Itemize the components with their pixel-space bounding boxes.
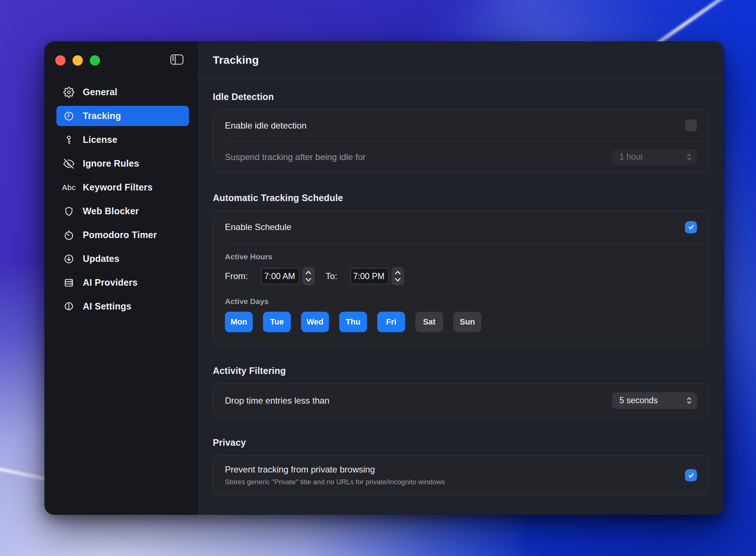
checkmark-icon bbox=[687, 223, 695, 231]
sidebar-item-label: License bbox=[83, 134, 118, 145]
idle-duration-select[interactable]: 1 hour bbox=[612, 149, 697, 165]
active-days-label: Active Days bbox=[225, 297, 697, 306]
from-time-stepper[interactable] bbox=[302, 267, 315, 285]
close-window-button[interactable] bbox=[55, 55, 66, 66]
sidebar-item-general[interactable]: General bbox=[56, 82, 189, 102]
chevron-down-icon bbox=[305, 278, 312, 282]
eye-slash-icon bbox=[62, 158, 75, 170]
from-time-input[interactable]: 7:00 AM bbox=[261, 268, 299, 284]
stepper-divider bbox=[304, 276, 312, 277]
main-content: Tracking Idle Detection Enable idle dete… bbox=[197, 42, 724, 515]
timer-icon bbox=[62, 229, 75, 241]
key-icon bbox=[62, 134, 75, 146]
active-hours-row: From: 7:00 AM To: 7:00 PM bbox=[225, 267, 697, 285]
sidebar-item-ai-providers[interactable]: AI Providers bbox=[56, 273, 189, 293]
enable-schedule-row: Enable Schedule bbox=[213, 211, 709, 243]
day-toggle-sat[interactable]: Sat bbox=[415, 312, 443, 332]
section-heading-activity-filtering: Activity Filtering bbox=[213, 366, 709, 376]
suspend-tracking-label: Suspend tracking after being idle for bbox=[225, 152, 366, 162]
section-heading-schedule: Automatic Tracking Schedule bbox=[213, 193, 709, 203]
day-toggle-sun[interactable]: Sun bbox=[453, 312, 481, 332]
private-browsing-row: Prevent tracking from private browsing S… bbox=[213, 456, 709, 495]
section-heading-privacy: Privacy bbox=[213, 437, 709, 448]
enable-schedule-checkbox[interactable] bbox=[685, 221, 697, 233]
activity-filtering-card: Drop time entries less than 5 seconds bbox=[213, 383, 709, 418]
day-toggle-tue[interactable]: Tue bbox=[263, 312, 291, 332]
chevron-up-down-icon bbox=[686, 152, 692, 162]
active-hours-label: Active Hours bbox=[225, 252, 273, 261]
settings-window: General Tracking License bbox=[44, 41, 724, 515]
idle-detection-card: Enable idle detection Suspend tracking a… bbox=[213, 110, 709, 173]
sidebar-item-label: Updates bbox=[83, 253, 119, 264]
sidebar-item-label: Keyword Filters bbox=[83, 182, 153, 193]
day-toggle-mon[interactable]: Mon bbox=[225, 312, 253, 332]
private-browsing-label: Prevent tracking from private browsing bbox=[225, 464, 445, 475]
drop-entries-select[interactable]: 5 seconds bbox=[612, 392, 697, 409]
drop-entries-value: 5 seconds bbox=[619, 396, 658, 405]
sidebar-item-label: AI Settings bbox=[83, 301, 131, 312]
enable-schedule-label: Enable Schedule bbox=[225, 222, 291, 232]
server-stack-icon bbox=[62, 277, 75, 289]
sidebar-item-tracking[interactable]: Tracking bbox=[56, 106, 189, 126]
traffic-lights bbox=[55, 55, 100, 66]
chevron-up-icon bbox=[394, 270, 401, 275]
sidebar-item-license[interactable]: License bbox=[56, 130, 189, 150]
enable-idle-detection-label: Enable idle detection bbox=[225, 121, 307, 131]
sidebar-item-pomodoro-timer[interactable]: Pomodoro Timer bbox=[56, 225, 189, 245]
sidebar-item-label: General bbox=[83, 87, 118, 97]
schedule-details: Active Hours From: 7:00 AM To: 7:00 PM bbox=[213, 244, 709, 345]
chevron-down-icon bbox=[394, 278, 401, 282]
sidebar-item-label: AI Providers bbox=[83, 277, 138, 288]
schedule-card: Enable Schedule Active Hours From: 7:00 … bbox=[213, 211, 709, 346]
checkmark-icon bbox=[687, 471, 695, 479]
suspend-tracking-row: Suspend tracking after being idle for 1 … bbox=[213, 141, 709, 173]
sidebar-item-label: Ignore Rules bbox=[83, 158, 139, 169]
sidebar-item-updates[interactable]: Updates bbox=[56, 249, 189, 269]
sidebar-item-label: Tracking bbox=[83, 111, 121, 121]
chevron-up-icon bbox=[305, 270, 312, 275]
zoom-window-button[interactable] bbox=[90, 55, 100, 66]
chevron-up-down-icon bbox=[686, 396, 692, 405]
sidebar-item-label: Pomodoro Timer bbox=[83, 230, 157, 240]
active-days-row: Mon Tue Wed Thu Fri Sat Sun bbox=[225, 312, 697, 332]
desktop-background: General Tracking License bbox=[0, 0, 756, 556]
page-title: Tracking bbox=[213, 54, 259, 66]
sidebar-nav: General Tracking License bbox=[56, 82, 189, 320]
day-toggle-thu[interactable]: Thu bbox=[339, 312, 367, 332]
gear-icon bbox=[62, 86, 75, 98]
sidebar: General Tracking License bbox=[45, 42, 197, 515]
to-time-stepper[interactable] bbox=[392, 267, 404, 285]
content-header: Tracking bbox=[197, 42, 724, 78]
toggle-sidebar-button[interactable] bbox=[170, 54, 184, 66]
abc-icon: Abc bbox=[62, 182, 75, 193]
sidebar-toggle-icon bbox=[170, 54, 184, 65]
drop-entries-label: Drop time entries less than bbox=[225, 396, 329, 406]
drop-entries-row: Drop time entries less than 5 seconds bbox=[213, 384, 709, 417]
clock-icon bbox=[62, 110, 75, 122]
day-toggle-wed[interactable]: Wed bbox=[301, 312, 329, 332]
privacy-card: Prevent tracking from private browsing S… bbox=[213, 455, 709, 495]
content-body: Idle Detection Enable idle detection Sus… bbox=[197, 78, 724, 510]
enable-idle-detection-row: Enable idle detection bbox=[213, 110, 709, 141]
idle-duration-value: 1 hour bbox=[619, 152, 643, 162]
stepper-divider bbox=[394, 276, 402, 277]
private-browsing-sublabel: Stores generic "Private" title and no UR… bbox=[225, 478, 445, 486]
minimize-window-button[interactable] bbox=[73, 55, 83, 66]
private-browsing-text: Prevent tracking from private browsing S… bbox=[225, 464, 445, 486]
sidebar-item-web-blocker[interactable]: Web Blocker bbox=[56, 201, 189, 221]
brain-icon bbox=[62, 301, 75, 312]
sidebar-item-keyword-filters[interactable]: Abc Keyword Filters bbox=[56, 177, 189, 197]
shield-icon bbox=[62, 205, 75, 217]
day-toggle-fri[interactable]: Fri bbox=[377, 312, 405, 332]
sidebar-item-label: Web Blocker bbox=[83, 206, 139, 216]
enable-idle-detection-checkbox[interactable] bbox=[685, 119, 697, 131]
arrow-down-circle-icon bbox=[62, 253, 75, 265]
to-time-input[interactable]: 7:00 PM bbox=[351, 268, 389, 284]
section-heading-idle-detection: Idle Detection bbox=[213, 92, 709, 102]
to-label: To: bbox=[326, 271, 337, 281]
private-browsing-checkbox[interactable] bbox=[685, 469, 697, 481]
sidebar-item-ai-settings[interactable]: AI Settings bbox=[56, 296, 189, 316]
sidebar-item-ignore-rules[interactable]: Ignore Rules bbox=[56, 153, 189, 174]
from-label: From: bbox=[225, 271, 248, 281]
